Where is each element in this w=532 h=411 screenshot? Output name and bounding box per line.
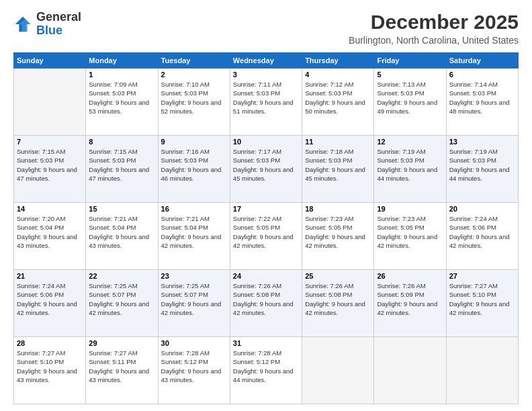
weekday-header-saturday: Saturday <box>446 53 518 68</box>
day-number: 16 <box>161 205 227 213</box>
logo: General Blue <box>13 11 81 38</box>
day-number: 18 <box>305 205 371 213</box>
day-info: Sunrise: 7:21 AMSunset: 5:04 PMDaylight:… <box>161 214 227 250</box>
day-number: 14 <box>17 205 83 213</box>
day-cell: 15Sunrise: 7:21 AMSunset: 5:04 PMDayligh… <box>86 203 158 270</box>
location-title: Burlington, North Carolina, United State… <box>349 35 519 46</box>
day-cell: 26Sunrise: 7:26 AMSunset: 5:09 PMDayligh… <box>374 270 446 337</box>
day-info: Sunrise: 7:23 AMSunset: 5:05 PMDaylight:… <box>377 214 443 250</box>
day-info: Sunrise: 7:21 AMSunset: 5:04 PMDaylight:… <box>89 214 154 250</box>
day-number: 27 <box>449 272 515 280</box>
day-cell: 24Sunrise: 7:26 AMSunset: 5:08 PMDayligh… <box>230 270 302 337</box>
day-number: 7 <box>17 138 83 146</box>
day-cell: 25Sunrise: 7:26 AMSunset: 5:08 PMDayligh… <box>302 270 374 337</box>
title-block: December 2025 Burlington, North Carolina… <box>349 11 519 46</box>
day-cell: 12Sunrise: 7:19 AMSunset: 5:03 PMDayligh… <box>374 136 446 203</box>
calendar-page: General Blue December 2025 Burlington, N… <box>0 0 532 411</box>
month-title: December 2025 <box>349 11 519 34</box>
day-cell: 7Sunrise: 7:15 AMSunset: 5:03 PMDaylight… <box>14 136 86 203</box>
day-cell: 10Sunrise: 7:17 AMSunset: 5:03 PMDayligh… <box>230 136 302 203</box>
day-number: 5 <box>377 71 443 79</box>
day-info: Sunrise: 7:24 AMSunset: 5:06 PMDaylight:… <box>17 281 83 317</box>
day-cell: 31Sunrise: 7:28 AMSunset: 5:12 PMDayligh… <box>230 337 302 404</box>
day-info: Sunrise: 7:22 AMSunset: 5:05 PMDaylight:… <box>233 214 299 250</box>
day-info: Sunrise: 7:15 AMSunset: 5:03 PMDaylight:… <box>89 147 154 183</box>
day-number: 30 <box>161 339 227 347</box>
day-cell: 28Sunrise: 7:27 AMSunset: 5:10 PMDayligh… <box>14 337 86 404</box>
day-info: Sunrise: 7:23 AMSunset: 5:05 PMDaylight:… <box>305 214 371 250</box>
weekday-header-sunday: Sunday <box>14 53 86 68</box>
week-row-3: 14Sunrise: 7:20 AMSunset: 5:04 PMDayligh… <box>14 203 519 270</box>
day-info: Sunrise: 7:12 AMSunset: 5:03 PMDaylight:… <box>305 80 371 116</box>
day-info: Sunrise: 7:19 AMSunset: 5:03 PMDaylight:… <box>449 147 515 183</box>
week-row-1: 1Sunrise: 7:09 AMSunset: 5:03 PMDaylight… <box>14 68 519 136</box>
day-cell: 5Sunrise: 7:13 AMSunset: 5:03 PMDaylight… <box>374 68 446 136</box>
day-number: 2 <box>161 71 227 79</box>
day-info: Sunrise: 7:10 AMSunset: 5:03 PMDaylight:… <box>161 80 227 116</box>
day-cell: 1Sunrise: 7:09 AMSunset: 5:03 PMDaylight… <box>86 68 158 136</box>
day-number: 9 <box>161 138 227 146</box>
day-cell: 16Sunrise: 7:21 AMSunset: 5:04 PMDayligh… <box>158 203 230 270</box>
day-cell: 6Sunrise: 7:14 AMSunset: 5:03 PMDaylight… <box>446 68 518 136</box>
day-number: 22 <box>89 272 154 280</box>
day-number: 12 <box>377 138 443 146</box>
day-number: 1 <box>89 71 154 79</box>
day-cell: 3Sunrise: 7:11 AMSunset: 5:03 PMDaylight… <box>230 68 302 136</box>
day-number: 4 <box>305 71 371 79</box>
day-cell: 21Sunrise: 7:24 AMSunset: 5:06 PMDayligh… <box>14 270 86 337</box>
day-info: Sunrise: 7:27 AMSunset: 5:10 PMDaylight:… <box>17 349 83 384</box>
day-cell: 23Sunrise: 7:25 AMSunset: 5:07 PMDayligh… <box>158 270 230 337</box>
day-info: Sunrise: 7:15 AMSunset: 5:03 PMDaylight:… <box>17 147 83 183</box>
day-number: 6 <box>449 71 515 79</box>
weekday-header-thursday: Thursday <box>302 53 374 68</box>
day-cell: 29Sunrise: 7:27 AMSunset: 5:11 PMDayligh… <box>86 337 158 404</box>
day-info: Sunrise: 7:13 AMSunset: 5:03 PMDaylight:… <box>377 80 443 116</box>
day-number: 8 <box>89 138 154 146</box>
day-cell: 19Sunrise: 7:23 AMSunset: 5:05 PMDayligh… <box>374 203 446 270</box>
logo-line2: Blue <box>36 24 81 38</box>
day-info: Sunrise: 7:14 AMSunset: 5:03 PMDaylight:… <box>449 80 515 116</box>
day-cell: 18Sunrise: 7:23 AMSunset: 5:05 PMDayligh… <box>302 203 374 270</box>
day-cell: 22Sunrise: 7:25 AMSunset: 5:07 PMDayligh… <box>86 270 158 337</box>
day-info: Sunrise: 7:26 AMSunset: 5:09 PMDaylight:… <box>377 281 443 317</box>
day-number: 3 <box>233 71 299 79</box>
day-cell <box>446 337 518 404</box>
weekday-header-monday: Monday <box>86 53 158 68</box>
day-cell <box>14 68 86 136</box>
day-info: Sunrise: 7:11 AMSunset: 5:03 PMDaylight:… <box>233 80 299 116</box>
logo-line1: General <box>36 11 81 24</box>
day-number: 31 <box>233 339 299 347</box>
day-number: 20 <box>449 205 515 213</box>
day-cell: 13Sunrise: 7:19 AMSunset: 5:03 PMDayligh… <box>446 136 518 203</box>
day-cell: 30Sunrise: 7:28 AMSunset: 5:12 PMDayligh… <box>158 337 230 404</box>
day-number: 13 <box>449 138 515 146</box>
week-row-2: 7Sunrise: 7:15 AMSunset: 5:03 PMDaylight… <box>14 136 519 203</box>
day-info: Sunrise: 7:18 AMSunset: 5:03 PMDaylight:… <box>305 147 371 183</box>
day-info: Sunrise: 7:19 AMSunset: 5:03 PMDaylight:… <box>377 147 443 183</box>
day-info: Sunrise: 7:26 AMSunset: 5:08 PMDaylight:… <box>233 281 299 317</box>
day-number: 21 <box>17 272 83 280</box>
week-row-4: 21Sunrise: 7:24 AMSunset: 5:06 PMDayligh… <box>14 270 519 337</box>
day-cell: 8Sunrise: 7:15 AMSunset: 5:03 PMDaylight… <box>86 136 158 203</box>
day-number: 11 <box>305 138 371 146</box>
day-info: Sunrise: 7:24 AMSunset: 5:06 PMDaylight:… <box>449 214 515 250</box>
day-cell: 17Sunrise: 7:22 AMSunset: 5:05 PMDayligh… <box>230 203 302 270</box>
calendar-table: SundayMondayTuesdayWednesdayThursdayFrid… <box>13 52 519 404</box>
day-number: 23 <box>161 272 227 280</box>
day-number: 29 <box>89 339 154 347</box>
day-info: Sunrise: 7:27 AMSunset: 5:10 PMDaylight:… <box>449 281 515 317</box>
page-header: General Blue December 2025 Burlington, N… <box>13 11 519 46</box>
day-cell: 20Sunrise: 7:24 AMSunset: 5:06 PMDayligh… <box>446 203 518 270</box>
day-number: 28 <box>17 339 83 347</box>
day-number: 15 <box>89 205 154 213</box>
day-info: Sunrise: 7:28 AMSunset: 5:12 PMDaylight:… <box>233 349 299 384</box>
weekday-header-row: SundayMondayTuesdayWednesdayThursdayFrid… <box>14 53 519 68</box>
weekday-header-wednesday: Wednesday <box>230 53 302 68</box>
day-info: Sunrise: 7:17 AMSunset: 5:03 PMDaylight:… <box>233 147 299 183</box>
day-cell <box>302 337 374 404</box>
day-number: 25 <box>305 272 371 280</box>
day-info: Sunrise: 7:25 AMSunset: 5:07 PMDaylight:… <box>161 281 227 317</box>
day-info: Sunrise: 7:27 AMSunset: 5:11 PMDaylight:… <box>89 349 154 384</box>
day-info: Sunrise: 7:25 AMSunset: 5:07 PMDaylight:… <box>89 281 154 317</box>
day-cell: 2Sunrise: 7:10 AMSunset: 5:03 PMDaylight… <box>158 68 230 136</box>
